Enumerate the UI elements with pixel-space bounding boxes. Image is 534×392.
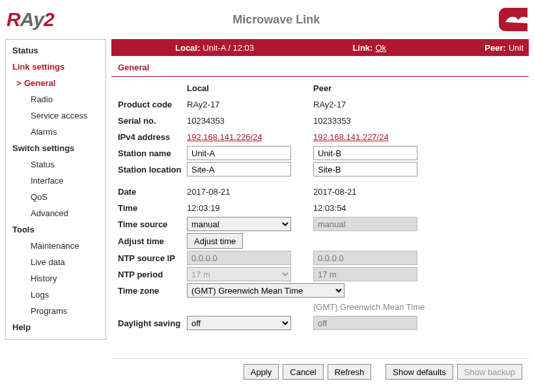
cancel-button[interactable]: Cancel (283, 364, 323, 380)
header: RAy2 Microwave Link (0, 0, 534, 39)
input-station-name-peer[interactable] (313, 146, 417, 160)
sidebar-item-maintenance[interactable]: Maintenance (6, 238, 105, 254)
input-ntp-source-local (187, 251, 291, 265)
input-time-source-peer (313, 217, 417, 231)
statusbar-link-label: Link: (352, 43, 372, 53)
value-serial-no-peer: 10233353 (313, 116, 440, 126)
sidebar-head-link-settings[interactable]: Link settings (6, 59, 105, 75)
input-station-location-peer[interactable] (313, 162, 417, 176)
value-date-peer: 2017-08-21 (313, 187, 440, 197)
sidebar-item-general[interactable]: General (6, 75, 105, 91)
label-time-zone: Time zone (118, 286, 187, 296)
label-product-code: Product code (118, 100, 187, 109)
sidebar-item-radio[interactable]: Radio (6, 91, 105, 107)
sidebar-item-service-access[interactable]: Service access (6, 107, 105, 124)
value-serial-no-local: 10234353 (187, 116, 313, 126)
show-backup-button: Show backup (457, 364, 522, 380)
column-header-local: Local (187, 83, 313, 93)
label-ntp-source: NTP source IP (118, 253, 187, 263)
input-station-location-local[interactable] (187, 162, 291, 176)
show-defaults-button[interactable]: Show defaults (386, 364, 453, 380)
sidebar-item-interface[interactable]: Interface (6, 173, 105, 189)
label-station-name: Station name (118, 148, 187, 158)
sidebar-item-sw-status[interactable]: Status (6, 156, 105, 173)
value-product-code-local: RAy2-17 (187, 100, 313, 109)
link-ipv4-peer[interactable]: 192.168.141.227/24 (313, 132, 389, 142)
sidebar-head-tools[interactable]: Tools (6, 221, 105, 238)
link-ipv4-local[interactable]: 192.168.141.226/24 (187, 132, 262, 142)
section-title: General (111, 56, 529, 77)
label-ntp-period: NTP period (118, 270, 187, 279)
select-time-source-local[interactable]: manual (187, 217, 291, 231)
sidebar-head-switch-settings[interactable]: Switch settings (6, 140, 105, 156)
label-time-source: Time source (118, 219, 187, 229)
label-adjust-time: Adjust time (118, 236, 187, 246)
input-daylight-peer (313, 316, 417, 330)
sidebar-item-alarms[interactable]: Alarms (6, 124, 105, 140)
select-ntp-period-local: 17 m (187, 267, 291, 281)
sidebar-head-status[interactable]: Status (6, 42, 105, 59)
refresh-button[interactable]: Refresh (328, 364, 372, 380)
vendor-logo-icon (499, 7, 527, 33)
label-time: Time (118, 203, 187, 213)
value-time-peer: 12:03:54 (313, 203, 440, 213)
sidebar-head-help[interactable]: Help (6, 319, 105, 335)
value-time-zone-peer: (GMT) Greenwich Mean Time (313, 302, 440, 312)
app-title: Microwave Link (54, 13, 499, 27)
label-ipv4: IPv4 address (118, 132, 187, 142)
general-form: Local Peer Product code RAy2-17 RAy2-17 … (111, 83, 529, 339)
apply-button[interactable]: Apply (244, 364, 279, 380)
statusbar-peer-label: Peer: (485, 43, 506, 53)
input-ntp-period-peer (313, 267, 417, 281)
input-station-name-local[interactable] (187, 146, 291, 160)
main-panel: Local: Unit-A / 12:03 Link: Ok Peer: Uni… (111, 39, 529, 385)
value-time-local: 12:03:19 (187, 203, 313, 213)
label-station-location: Station location (118, 165, 187, 175)
select-daylight-local[interactable]: off (187, 316, 291, 330)
label-date: Date (118, 187, 187, 197)
status-bar: Local: Unit-A / 12:03 Link: Ok Peer: Uni… (111, 39, 529, 56)
product-logo: RAy2 (7, 8, 54, 31)
sidebar-item-advanced[interactable]: Advanced (6, 205, 105, 221)
label-daylight-saving: Daylight saving (118, 318, 187, 328)
statusbar-local-label: Local: (175, 43, 200, 53)
select-time-zone-local[interactable]: (GMT) Greenwich Mean Time (187, 283, 344, 298)
statusbar-link-value[interactable]: Ok (375, 43, 386, 53)
column-header-peer: Peer (313, 83, 440, 93)
value-date-local: 2017-08-21 (187, 187, 313, 197)
sidebar-item-logs[interactable]: Logs (6, 287, 105, 303)
sidebar-item-programs[interactable]: Programs (6, 303, 105, 319)
label-serial-no: Serial no. (118, 116, 187, 126)
statusbar-peer-value: Unit (509, 43, 524, 53)
input-ntp-source-peer (313, 251, 417, 265)
button-bar: Apply Cancel Refresh Show defaults Show … (111, 358, 529, 385)
sidebar-item-live-data[interactable]: Live data (6, 254, 105, 270)
adjust-time-button[interactable]: Adjust time (187, 233, 243, 249)
sidebar-item-qos[interactable]: QoS (6, 189, 105, 205)
sidebar-item-history[interactable]: History (6, 270, 105, 287)
sidebar: Status Link settings General Radio Servi… (5, 39, 106, 340)
value-product-code-peer: RAy2-17 (313, 100, 440, 109)
statusbar-local-value: Unit-A / 12:03 (203, 43, 254, 53)
